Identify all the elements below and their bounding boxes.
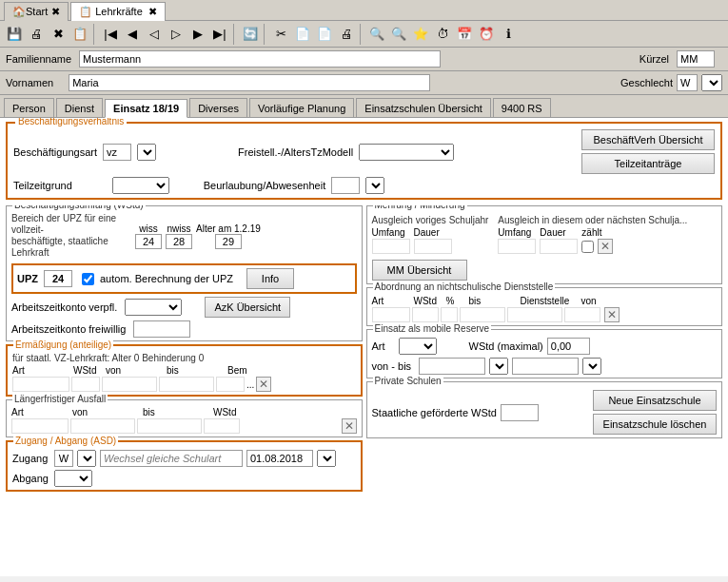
zugang-date-select[interactable]: [317, 450, 336, 467]
mm-uebersicht-btn[interactable]: MM Übersicht: [372, 260, 467, 281]
paste1-btn[interactable]: 📄: [292, 24, 313, 45]
beschaeftverh-btn[interactable]: BeschäftVerh Übersicht: [581, 129, 715, 150]
tab-einsatzschulen[interactable]: Einsatzschulen Übersicht: [356, 98, 491, 117]
kuerzel-input[interactable]: [677, 50, 715, 68]
beschaeftigung-art-input[interactable]: [103, 144, 131, 161]
erm-wstd-input[interactable]: [71, 377, 100, 392]
beurlaubung-select[interactable]: [365, 177, 384, 194]
time-btn[interactable]: ⏰: [476, 24, 497, 45]
first-btn[interactable]: |◀: [100, 24, 121, 45]
teilzeitgrund-select[interactable]: [112, 177, 169, 194]
ab-wstd-input[interactable]: [412, 307, 439, 322]
mobile-von-select[interactable]: [489, 358, 508, 375]
beurlaubung-input[interactable]: [331, 177, 360, 194]
einsatzschule-loeschen-btn[interactable]: Einsatzschule löschen: [593, 414, 717, 435]
freistell-select[interactable]: [359, 144, 454, 161]
tab-einsatz[interactable]: Einsatz 18/19: [105, 99, 187, 118]
mehrung-delete-btn[interactable]: ✕: [598, 239, 613, 254]
alter-input[interactable]: [215, 234, 242, 249]
erm-bem-input[interactable]: [216, 377, 245, 392]
ausgleich2-dauer-input[interactable]: [540, 239, 578, 254]
lang-von-input[interactable]: [70, 418, 135, 434]
wiss-label: wiss: [139, 223, 157, 234]
last-btn[interactable]: ▶|: [209, 24, 230, 45]
vornamen-input[interactable]: [69, 74, 430, 91]
print-btn[interactable]: 🖨: [26, 24, 47, 45]
familienname-input[interactable]: [79, 50, 441, 68]
save-btn[interactable]: 💾: [4, 24, 25, 45]
tab-vorlaeufigeplanung[interactable]: Vorläufige Planung: [249, 98, 354, 117]
ausgleich-naechst-col: Ausgleich in diesem oder nächsten Schulj…: [498, 215, 687, 254]
azk-freiw-input[interactable]: [133, 320, 190, 338]
print2-btn[interactable]: 🖨: [336, 24, 357, 45]
star-btn[interactable]: ⭐: [410, 24, 431, 45]
ab-dienststelle-input[interactable]: [507, 307, 562, 322]
azk-select[interactable]: [125, 299, 182, 316]
lang-col-wstd: WStd: [213, 407, 251, 417]
erm-bis-input[interactable]: [159, 377, 214, 392]
paste2-btn[interactable]: 📄: [314, 24, 335, 45]
staatlich-input[interactable]: [501, 404, 539, 421]
mobile-bis-input[interactable]: [512, 358, 579, 375]
ab-von-input[interactable]: [564, 307, 600, 322]
prev-btn[interactable]: ◀: [122, 24, 143, 45]
tab-dienst[interactable]: Dienst: [56, 98, 103, 117]
ausgleich-dauer-input[interactable]: [414, 239, 452, 254]
tab-start[interactable]: 🏠 Start ✖: [4, 2, 69, 21]
ausgleich2-umfang-input[interactable]: [498, 239, 536, 254]
zugang-label: Zugang: [12, 453, 50, 464]
tab-lehrkraefte[interactable]: 📋 Lehrkräfte ✖: [70, 2, 166, 21]
mobile-von-input[interactable]: [419, 358, 485, 375]
beschaeftigung-art-select[interactable]: [137, 144, 156, 161]
neue-einsatzschule-btn[interactable]: Neue Einsatzschule: [593, 390, 717, 411]
ab-pct-input[interactable]: [441, 307, 458, 322]
nwiss-input[interactable]: [166, 234, 192, 249]
refresh-btn[interactable]: 🔄: [240, 24, 261, 45]
zugang-select[interactable]: [77, 450, 96, 467]
erm-delete-btn[interactable]: ✕: [256, 377, 271, 392]
tab-person[interactable]: Person: [4, 98, 54, 117]
abgang-select[interactable]: [54, 470, 92, 487]
zugang-date-input[interactable]: [246, 450, 313, 467]
teilzeit-btn[interactable]: Teilzeitanträge: [581, 153, 715, 174]
next-btn[interactable]: ▶: [187, 24, 208, 45]
search2-btn[interactable]: 🔍: [388, 24, 409, 45]
calendar-btn[interactable]: 📅: [454, 24, 475, 45]
close-icon-lehrkraefte[interactable]: ✖: [148, 6, 157, 18]
geschlecht-select[interactable]: [701, 74, 722, 91]
tab-9400rs[interactable]: 9400 RS: [493, 98, 551, 117]
upz-input[interactable]: [44, 270, 72, 287]
erm-von-input[interactable]: [102, 377, 157, 392]
ab-bis-input[interactable]: [460, 307, 505, 322]
ab-delete-btn[interactable]: ✕: [604, 307, 620, 322]
search-btn[interactable]: 🔍: [366, 24, 387, 45]
erm-art-input[interactable]: [12, 377, 69, 392]
wiss-input[interactable]: [135, 234, 162, 249]
zaehlt-checkbox[interactable]: [581, 241, 594, 253]
lang-delete-btn[interactable]: ✕: [342, 418, 357, 434]
ab-art-input[interactable]: [372, 307, 410, 322]
mobile-art-select[interactable]: [399, 338, 437, 355]
lang-art-input[interactable]: [11, 418, 69, 434]
mobile-bis-select[interactable]: [582, 358, 601, 375]
next2-btn[interactable]: ▷: [166, 24, 187, 45]
geschlecht-input[interactable]: [677, 74, 698, 91]
lang-bis-input[interactable]: [137, 418, 202, 434]
ausgleich-umfang-input[interactable]: [372, 239, 410, 254]
azk-uebersicht-btn[interactable]: AzK Übersicht: [205, 297, 290, 318]
prev2-btn[interactable]: ◁: [144, 24, 165, 45]
info-btn[interactable]: ℹ: [498, 24, 519, 45]
clock-btn[interactable]: ⏱: [432, 24, 453, 45]
delete-btn[interactable]: ✖: [48, 24, 69, 45]
ausgleich-vor-headers: Umfang Dauer: [372, 227, 489, 238]
autom-checkbox[interactable]: [82, 273, 94, 285]
zugang-val1-input[interactable]: [54, 450, 73, 467]
info-button[interactable]: Info: [246, 268, 294, 289]
lang-wstd-input[interactable]: [204, 418, 240, 434]
right-header-fields: Kürzel: [620, 50, 715, 68]
cut-btn[interactable]: ✂: [270, 24, 291, 45]
mobile-wstd-input[interactable]: [547, 338, 590, 355]
zugang-text-input[interactable]: [100, 450, 243, 467]
tab-diverses[interactable]: Diverses: [189, 98, 247, 117]
copy-btn[interactable]: 📋: [69, 24, 90, 45]
